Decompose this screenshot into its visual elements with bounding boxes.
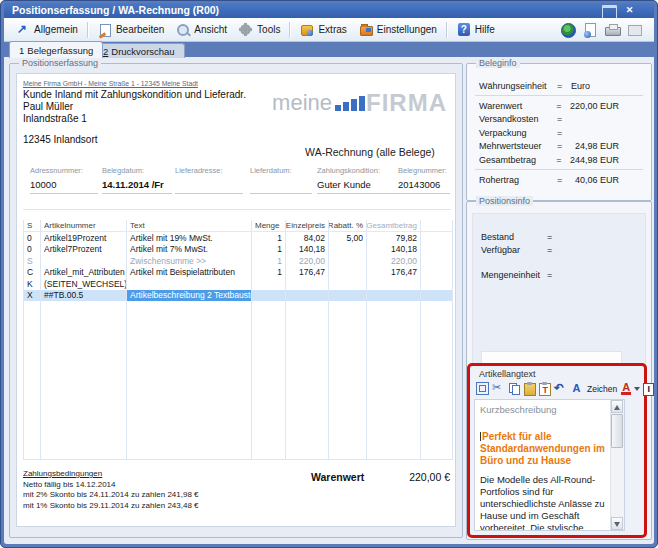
payment-terms-line: mit 2% Skonto bis 24.11.2014 zu zahlen 2…: [23, 490, 199, 499]
table-row-subtotal[interactable]: S Zwischensumme >> 1 220,00 220,00: [23, 255, 453, 267]
address-line: Kunde Inland mit Zahlungskondition und L…: [23, 89, 246, 100]
undo-icon[interactable]: [554, 382, 567, 395]
menu-bearbeiten[interactable]: Bearbeiten: [92, 21, 170, 39]
field-lieferadresse[interactable]: Lieferadresse:: [175, 166, 243, 194]
positionsinfo-panel: Bestand = Verfügbar = Mengeneinheit =: [472, 213, 646, 365]
printer-icon[interactable]: [605, 23, 620, 37]
positionserfassung-group: Positionserfassung Meine Firma GmbH - Me…: [9, 63, 463, 538]
positionsinfo-row: Verfügbar =: [473, 243, 645, 256]
menu-separator: [446, 22, 448, 38]
field-lieferdatum[interactable]: Lieferdatum:: [250, 166, 312, 194]
richtext-toolbar: A Zeichen A I: [474, 380, 640, 397]
scrollbar[interactable]: [610, 400, 624, 530]
scroll-up-icon[interactable]: [611, 400, 623, 413]
menu-bar: Allgemein Bearbeiten Ansicht Tools Extra…: [4, 18, 654, 42]
beleginfo-row: Versandkosten =: [467, 113, 651, 126]
logo-text-meine: meine: [272, 93, 332, 113]
field-belegdatum[interactable]: Belegdatum: 14.11.2014 /Fr: [102, 166, 172, 194]
sender-line: Meine Firma GmbH - Meine Straße 1 - 1234…: [23, 80, 198, 87]
payment-terms: Zahlungsbedingungen Netto fällig bis 14.…: [23, 469, 199, 510]
font-color-icon[interactable]: A: [621, 382, 631, 395]
insert-text-icon[interactable]: I: [643, 383, 654, 396]
font-icon[interactable]: A: [570, 382, 583, 395]
payment-terms-title: Zahlungsbedingungen: [23, 469, 199, 478]
select-object-icon[interactable]: [476, 382, 489, 395]
extras-icon: [300, 23, 314, 37]
beleginfo-row: Rohertrag = 40,06 EUR: [467, 173, 651, 186]
menu-ansicht[interactable]: Ansicht: [170, 21, 233, 39]
table-row[interactable]: K (SEITEN_WECHSEL): [23, 278, 453, 290]
scroll-thumb[interactable]: [611, 414, 623, 448]
beleginfo-row: Warenwert = 220,00 EUR: [467, 99, 651, 112]
richtext-headline: Perfekt für alle Standardanwendungen im …: [480, 431, 608, 467]
artikellangtext-title: Artikellangtext: [479, 369, 536, 379]
total-value: 220,00 €: [357, 471, 450, 483]
positions-table: S Artikelnummer Text Menge Einzelpreis R…: [23, 220, 453, 460]
window-title: Positionserfassung / WA-Rechnung (R00): [12, 4, 219, 16]
chevron-down-icon[interactable]: [634, 387, 640, 391]
document-clock-icon[interactable]: [583, 23, 598, 37]
mail-icon[interactable]: [627, 23, 642, 37]
invoice-document: Meine Firma GmbH - Meine Straße 1 - 1234…: [16, 73, 456, 527]
field-adressnummer[interactable]: Adressnummer: 10000: [30, 166, 98, 194]
document-title: WA-Rechnung (alle Belege): [275, 146, 465, 158]
menu-einstellungen[interactable]: Einstellungen: [353, 21, 443, 39]
tab-strip: 1Belegerfassung 2Druckvorschau: [4, 41, 654, 57]
table-header: S Artikelnummer Text Menge Einzelpreis R…: [23, 220, 453, 232]
beleginfo-row: Gesamtbetrag = 244,98 EUR: [467, 153, 651, 166]
beleginfo-row: Währungseinheit = Euro: [467, 79, 651, 92]
menu-hilfe[interactable]: Hilfe: [451, 21, 501, 39]
group-title: Beleginfo: [476, 58, 520, 68]
group-title: Positionserfassung: [19, 58, 101, 68]
table-row[interactable]: 0 Artikel19Prozent Artikel mit 19% MwSt.…: [23, 232, 453, 244]
title-bar[interactable]: Positionserfassung / WA-Rechnung (R00): [4, 3, 654, 18]
menu-tools[interactable]: Tools: [233, 21, 286, 39]
arrow-up-right-icon: [16, 23, 30, 37]
divider: [23, 209, 451, 210]
text-caret: [480, 432, 481, 441]
table-row[interactable]: 0 Artikel7Prozent Artikel mit 7% MwSt. 1…: [23, 244, 453, 256]
menu-separator: [289, 22, 291, 38]
beleginfo-row: Mehrwertsteuer = 24,98 EUR: [467, 140, 651, 153]
table-row[interactable]: C Artikel_mit_Attributen Artikel mit Bei…: [23, 267, 453, 279]
company-logo: meine FIRMA: [272, 92, 447, 113]
menu-extras[interactable]: Extras: [294, 21, 352, 39]
payment-terms-line: Netto fällig bis 14.12.2014: [23, 480, 199, 489]
copy-icon[interactable]: [508, 382, 521, 395]
help-icon: [457, 23, 471, 37]
close-icon[interactable]: [623, 5, 636, 16]
divider: [475, 169, 643, 170]
field-zahlungskondition[interactable]: Zahlungskondition: Guter Kunde: [317, 166, 405, 194]
field-belegnummer[interactable]: Belegnummer: 20143006: [398, 166, 450, 194]
richtext-editor[interactable]: Kurzbeschreibung Perfekt für alle Standa…: [474, 399, 625, 531]
menu-separator: [87, 22, 89, 38]
scroll-down-icon[interactable]: [611, 517, 623, 530]
content-area: Positionserfassung Meine Firma GmbH - Me…: [4, 57, 654, 544]
richtext-body: Die Modelle des All-Round-Portfolios sin…: [480, 474, 608, 531]
address-city: 12345 Inlandsort: [23, 134, 98, 145]
table-empty-area[interactable]: [23, 301, 453, 460]
paste-icon[interactable]: [524, 383, 536, 396]
magnifier-icon: [176, 23, 190, 37]
beleginfo-row: Verpackung =: [467, 126, 651, 139]
cut-icon[interactable]: [492, 382, 505, 395]
menu-allgemein[interactable]: Allgemein: [10, 21, 84, 39]
tab-belegerfassung[interactable]: 1Belegerfassung: [9, 41, 103, 58]
beleginfo-group: Beleginfo Währungseinheit = Euro Warenwe…: [466, 63, 652, 201]
table-row-selected[interactable]: X ##TB.00.5 Artikelbeschreibung 2 Textba…: [23, 290, 453, 302]
address-line: Paul Müller: [23, 101, 73, 112]
positionsinfo-row: Bestand =: [473, 230, 645, 243]
payment-terms-line: mit 1% Skonto bis 29.11.2014 zu zahlen 2…: [23, 501, 199, 510]
settings-folder-icon: [359, 23, 373, 37]
menu-right-icons: [561, 23, 648, 37]
bar-chart-icon: [335, 96, 365, 111]
globe-icon[interactable]: [561, 23, 576, 37]
app-window: Positionserfassung / WA-Rechnung (R00) A…: [0, 0, 658, 548]
artikellangtext-highlight: Artikellangtext A Zeichen A I Kurzbeschr…: [467, 363, 647, 538]
tab-druckvorschau[interactable]: 2Druckvorschau: [93, 43, 185, 58]
zeichen-button[interactable]: Zeichen: [587, 384, 617, 394]
gear-icon: [239, 23, 253, 37]
paste-text-icon[interactable]: [539, 383, 551, 396]
positionsinfo-row: Mengeneinheit =: [473, 268, 645, 281]
address-line: Inlandstraße 1: [23, 113, 87, 124]
